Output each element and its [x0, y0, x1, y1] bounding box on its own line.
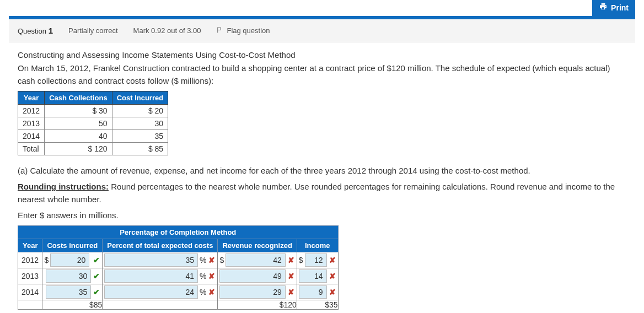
- prefix: $: [219, 256, 224, 265]
- print-label: Print: [611, 3, 629, 12]
- cross-icon: ✘: [287, 288, 295, 296]
- answer-input[interactable]: 20: [50, 253, 89, 267]
- cell-cost: $ 20: [112, 104, 168, 117]
- cell-pct: 24 % ✘: [103, 284, 218, 300]
- col-year: Year: [18, 91, 45, 104]
- cell-inc: 9 ✘: [297, 284, 338, 300]
- answer-input[interactable]: 24: [104, 285, 198, 299]
- cell-year: 2013: [18, 117, 45, 129]
- question-intro: On March 15, 2012, Frankel Construction …: [18, 62, 626, 88]
- answer-input[interactable]: 14: [299, 269, 327, 283]
- total-pct-blank: [103, 300, 218, 309]
- table-row: 2014 40 35: [18, 129, 168, 142]
- question-title: Constructing and Assessing Income Statem…: [18, 50, 626, 60]
- table-header-row: Year Cash Collections Cost Incurred: [18, 91, 168, 104]
- print-button[interactable]: Print: [592, 0, 635, 16]
- question-mark: Mark 0.92 out of 3.00: [133, 26, 201, 35]
- flag-text: Flag question: [227, 26, 270, 35]
- cross-icon: ✘: [208, 272, 216, 280]
- cell-cost: 30: [112, 117, 168, 129]
- suffix: %: [200, 256, 206, 265]
- cell-year-blank: [18, 300, 42, 309]
- cell-year: 2014: [18, 284, 42, 300]
- col-costs: Costs incurred: [42, 239, 103, 252]
- cell-pct: 41 % ✘: [103, 268, 218, 284]
- answer-input[interactable]: 35: [104, 253, 198, 267]
- question-prefix: Question: [18, 27, 46, 35]
- rounding-label: Rounding instructions:: [18, 182, 109, 191]
- cell-rev: 29 ✘: [218, 284, 297, 300]
- answer-input[interactable]: 35: [46, 285, 91, 299]
- prefix: $: [44, 256, 49, 265]
- cell-cash: $ 120: [45, 142, 112, 155]
- check-icon: ✔: [93, 272, 100, 280]
- cross-icon: ✘: [329, 272, 336, 280]
- answer-input[interactable]: 41: [104, 269, 198, 283]
- cell-year: Total: [18, 142, 45, 155]
- answer-input[interactable]: 29: [219, 285, 285, 299]
- answer-input[interactable]: 30: [46, 269, 91, 283]
- table-row: 2012 $ 30 $ 20: [18, 104, 168, 117]
- cell-inc: 14 ✘: [297, 268, 338, 284]
- answer-row: 2012 $ 20 ✔ 35 % ✘: [18, 252, 339, 268]
- cell-rev: 49 ✘: [218, 268, 297, 284]
- question-number: 1: [49, 26, 53, 35]
- cross-icon: ✘: [208, 288, 216, 296]
- cross-icon: ✘: [287, 272, 295, 280]
- col-pct: Percent of total expected costs: [103, 239, 218, 252]
- cell-costs: 35 ✔: [42, 284, 103, 300]
- answer-row: 2013 30 ✔ 41 % ✘: [18, 268, 339, 284]
- cell-costs: $ 20 ✔: [42, 252, 103, 268]
- cross-icon: ✘: [208, 256, 216, 265]
- check-icon: ✔: [93, 288, 100, 296]
- answer-row-total: $85 $120 $35: [18, 300, 339, 309]
- answer-row: 2014 35 ✔ 24 % ✘: [18, 284, 339, 300]
- answer-input[interactable]: 49: [219, 269, 285, 283]
- question-content: Constructing and Assessing Income Statem…: [9, 42, 635, 313]
- suffix: %: [200, 272, 206, 280]
- print-icon: [599, 2, 608, 13]
- table-super-header: Percentage of Completion Method: [18, 225, 339, 239]
- page: Print Question 1 Partially correct Mark …: [0, 0, 644, 313]
- cell-costs: 30 ✔: [42, 268, 103, 284]
- answer-input[interactable]: 42: [226, 253, 286, 267]
- col-inc: Income: [297, 239, 338, 252]
- cell-cost: $ 85: [112, 142, 168, 155]
- flag-icon: [216, 26, 223, 35]
- cell-year: 2013: [18, 268, 42, 284]
- cross-icon: ✘: [329, 256, 336, 265]
- cell-year: 2012: [18, 252, 42, 268]
- cross-icon: ✘: [287, 256, 295, 265]
- question-number-block: Question 1: [18, 26, 53, 35]
- print-row: Print: [0, 0, 644, 16]
- cell-cash: $ 30: [45, 104, 112, 117]
- cell-year: 2012: [18, 104, 45, 117]
- total-costs: $85: [42, 300, 103, 309]
- enter-instructions: Enter $ answers in millions.: [18, 209, 626, 222]
- total-inc: $35: [297, 300, 338, 309]
- suffix: %: [200, 288, 206, 296]
- table-header-row: Year Costs incurred Percent of total exp…: [18, 239, 339, 252]
- schedule-table: Year Cash Collections Cost Incurred 2012…: [18, 91, 168, 155]
- cell-cash: 50: [45, 117, 112, 129]
- question-status: Partially correct: [68, 26, 118, 35]
- table-row: 2013 50 30: [18, 117, 168, 129]
- question-header: Question 1 Partially correct Mark 0.92 o…: [9, 19, 635, 42]
- answer-input[interactable]: 12: [305, 253, 327, 267]
- col-year: Year: [18, 239, 42, 252]
- rounding-instructions: Rounding instructions: Round percentages…: [18, 180, 626, 206]
- prefix: $: [299, 256, 303, 265]
- check-icon: ✔: [93, 256, 100, 265]
- cell-pct: 35 % ✘: [103, 252, 218, 268]
- col-cash: Cash Collections: [45, 91, 112, 104]
- total-rev: $120: [218, 300, 297, 309]
- cell-inc: $ 12 ✘: [297, 252, 338, 268]
- answer-input[interactable]: 9: [299, 285, 327, 299]
- col-cost: Cost Incurred: [112, 91, 168, 104]
- cell-cost: 35: [112, 129, 168, 142]
- answer-table: Percentage of Completion Method Year Cos…: [18, 225, 339, 310]
- cell-rev: $ 42 ✘: [218, 252, 297, 268]
- part-a-text: (a) Calculate the amount of revenue, exp…: [18, 164, 626, 177]
- col-rev: Revenue recognized: [218, 239, 297, 252]
- flag-question-link[interactable]: Flag question: [216, 26, 270, 35]
